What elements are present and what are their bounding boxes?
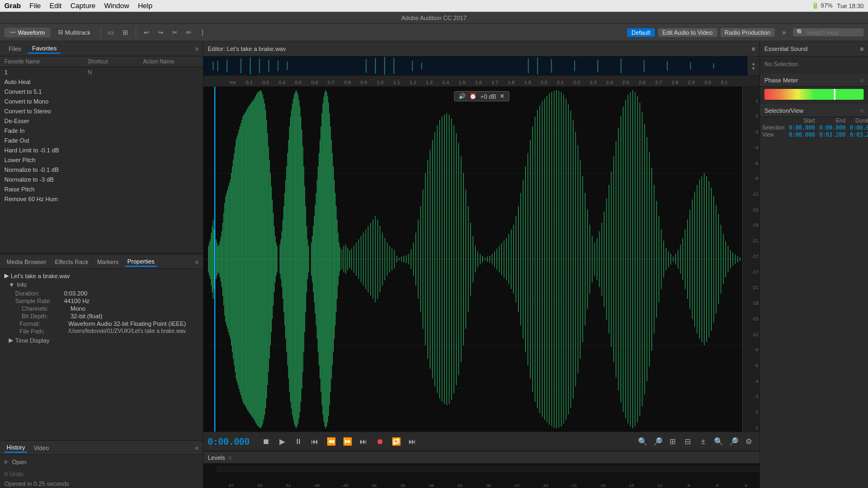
zoom-all[interactable]: ⊟ xyxy=(681,435,694,448)
fav-item-0[interactable]: 1 N xyxy=(0,67,203,77)
properties-filename[interactable]: ▶ Let's take a brake.wav xyxy=(4,272,199,279)
format-row: Format: Waveform Audio 32-bit Floating P… xyxy=(20,320,199,327)
tool-btn-1[interactable]: ▭ xyxy=(105,27,117,38)
volume-close[interactable]: ✕ xyxy=(500,93,505,100)
zoom-tool-3[interactable]: 🔎 xyxy=(727,435,740,448)
editor-menu-icon[interactable]: ≡ xyxy=(752,46,755,52)
multitrack-tab[interactable]: ⊟ Multitrack xyxy=(53,27,96,37)
tool-btn-4[interactable]: ↪ xyxy=(155,27,167,38)
razor-tool[interactable]: ✂ xyxy=(169,27,181,38)
view-duration[interactable]: 0:03.200 xyxy=(847,131,868,138)
forward-to-end[interactable]: ⏭ xyxy=(357,435,370,448)
record-btn[interactable]: ⏺ xyxy=(373,435,386,448)
history-panel-menu[interactable]: ≡ xyxy=(195,445,199,451)
samplerate-row: Sample Rate: 44100 Hz xyxy=(15,298,199,304)
levels-panel: Levels ≡ -57 -54 -51 -48 -45 -42 -39 -36 xyxy=(203,451,760,488)
scroll-controls: ▲ ▼ xyxy=(748,56,760,75)
svg-rect-157 xyxy=(328,102,329,415)
zoom-tool-1[interactable]: ± xyxy=(697,435,710,448)
workspace-radio[interactable]: Radio Production xyxy=(720,28,775,37)
view-start[interactable]: 0:00.000 xyxy=(787,131,817,138)
history-arrow: ▶ xyxy=(4,458,9,465)
menu-item-capture[interactable]: Capture xyxy=(71,2,95,10)
workspace-expand[interactable]: » xyxy=(778,27,790,38)
fav-item-normalize-01[interactable]: Normalize to -0.1 dB xyxy=(0,165,203,175)
fav-item-convert-51[interactable]: Convert to 5.1 xyxy=(0,87,203,97)
zoom-out-time[interactable]: 🔎 xyxy=(651,435,664,448)
fav-item-convert-stereo[interactable]: Convert to Stereo xyxy=(0,106,203,116)
waveform-tab[interactable]: 〰 Waveform xyxy=(4,28,50,37)
svg-rect-38 xyxy=(211,233,212,286)
tool-btn-3[interactable]: ↩ xyxy=(141,27,152,38)
bottom-panel-menu[interactable]: ≡ xyxy=(195,259,199,265)
svg-rect-193 xyxy=(394,250,395,268)
selection-start[interactable]: 0:00.000 xyxy=(787,124,817,131)
pause-btn[interactable]: ⏸ xyxy=(292,435,305,448)
svg-rect-143 xyxy=(315,205,316,314)
svg-rect-318 xyxy=(692,200,693,319)
view-end[interactable]: 0:03.200 xyxy=(817,131,847,138)
fav-item-lower-pitch[interactable]: Lower Pitch xyxy=(0,155,203,165)
properties-tab[interactable]: Properties xyxy=(125,257,157,267)
fav-item-de-esser[interactable]: De-Esser xyxy=(0,116,203,126)
playhead[interactable] xyxy=(214,87,215,432)
zoom-tool-2[interactable]: 🔍 xyxy=(712,435,725,448)
svg-rect-97 xyxy=(267,133,268,386)
tool-btn-2[interactable]: ⊞ xyxy=(119,27,131,38)
files-tab[interactable]: Files xyxy=(4,44,25,53)
menu-item-help[interactable]: Help xyxy=(138,2,152,10)
workspace-edit-audio[interactable]: Edit Audio to Video xyxy=(658,28,717,37)
loop-btn[interactable]: 🔁 xyxy=(390,435,403,448)
scroll-up[interactable]: ▲ xyxy=(751,61,756,66)
pencil-tool[interactable]: ✏ xyxy=(183,27,195,38)
phase-meter-menu[interactable]: ≡ xyxy=(860,77,864,84)
selection-duration[interactable]: 0:00.000 xyxy=(847,124,868,131)
workspace-default[interactable]: Default xyxy=(627,28,655,37)
effects-rack-tab[interactable]: Effects Rack xyxy=(53,258,91,266)
favorites-tab[interactable]: Favorites xyxy=(28,44,61,54)
play-btn[interactable]: ▶ xyxy=(276,435,289,448)
fav-item-normalize-3[interactable]: Normalize to -3 dB xyxy=(0,175,203,184)
menu-item-file[interactable]: File xyxy=(29,2,41,10)
col-shortcut: Shortcut xyxy=(87,59,143,65)
svg-rect-119 xyxy=(290,117,291,402)
tool-btn-5[interactable]: ⟩ xyxy=(197,27,209,38)
levels-menu[interactable]: ≡ xyxy=(228,454,232,461)
fav-item-hard-limit[interactable]: Hard Limit to -0.1 dB xyxy=(0,145,203,155)
fav-item-auto-heal[interactable]: Auto Heal xyxy=(0,77,203,87)
phase-indicator xyxy=(834,89,835,100)
waveform-area[interactable]: 🔊 ⏰ +0 dB ✕ -1 -2 -3 -4 -6 -9 -12 -15 -1… xyxy=(203,87,760,432)
stop-btn[interactable]: ⏹ xyxy=(259,435,272,448)
zoom-sel[interactable]: ⊞ xyxy=(666,435,679,448)
fast-forward-btn[interactable]: ⏩ xyxy=(341,435,354,448)
history-tab[interactable]: History xyxy=(4,443,27,453)
svg-rect-40 xyxy=(213,220,214,299)
fav-item-fade-in[interactable]: Fade In xyxy=(0,126,203,136)
svg-rect-43 xyxy=(216,239,216,279)
zoom-in-time[interactable]: 🔍 xyxy=(636,435,649,448)
media-browser-tab[interactable]: Media Browser xyxy=(4,258,48,266)
selection-end[interactable]: 0:00.000 xyxy=(817,124,847,131)
markers-tab[interactable]: Markers xyxy=(95,258,121,266)
fav-item-fade-out[interactable]: Fade Out xyxy=(0,136,203,145)
menu-app-name[interactable]: Grab xyxy=(4,2,21,10)
search-box[interactable]: 🔍 xyxy=(793,28,864,36)
skip-btn[interactable]: ⏭ xyxy=(406,435,419,448)
svg-rect-120 xyxy=(291,110,292,408)
menu-item-edit[interactable]: Edit xyxy=(49,2,61,10)
fav-item-raise-pitch[interactable]: Raise Pitch xyxy=(0,184,203,194)
essential-sound-menu[interactable]: ≡ xyxy=(860,46,864,52)
menu-item-window[interactable]: Window xyxy=(104,2,129,10)
selection-view-menu[interactable]: ≡ xyxy=(860,107,864,114)
rewind-to-start[interactable]: ⏮ xyxy=(308,435,321,448)
panel-menu-icon[interactable]: ≡ xyxy=(195,46,199,52)
rewind-btn[interactable]: ⏪ xyxy=(324,435,337,448)
scroll-down[interactable]: ▼ xyxy=(751,66,756,71)
search-input[interactable] xyxy=(806,29,860,36)
settings-btn[interactable]: ⚙ xyxy=(742,435,755,448)
fav-item-remove-hum[interactable]: Remove 60 Hz Hum xyxy=(0,194,203,204)
video-tab[interactable]: Video xyxy=(31,444,51,452)
time-display-header[interactable]: ▶ Time Display xyxy=(9,337,199,344)
info-section-header[interactable]: ▼ Info xyxy=(9,281,199,288)
fav-item-convert-mono[interactable]: Convert to Mono xyxy=(0,97,203,106)
